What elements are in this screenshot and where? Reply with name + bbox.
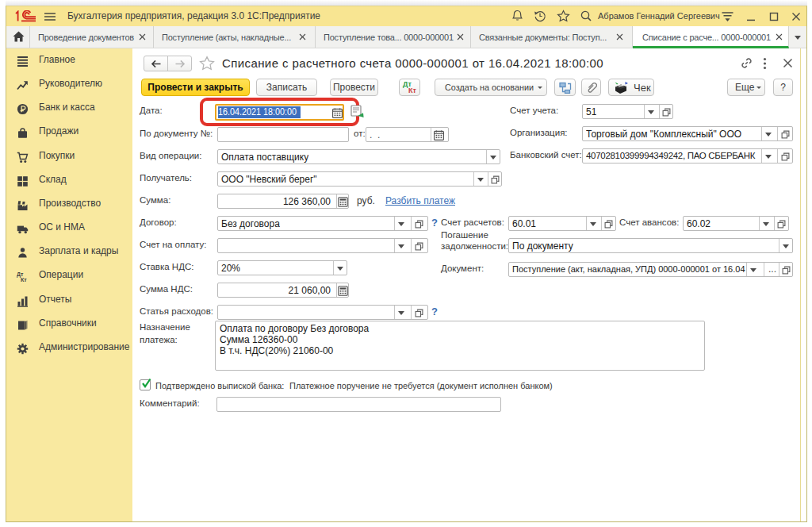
svg-text:Кт: Кт <box>21 277 27 283</box>
